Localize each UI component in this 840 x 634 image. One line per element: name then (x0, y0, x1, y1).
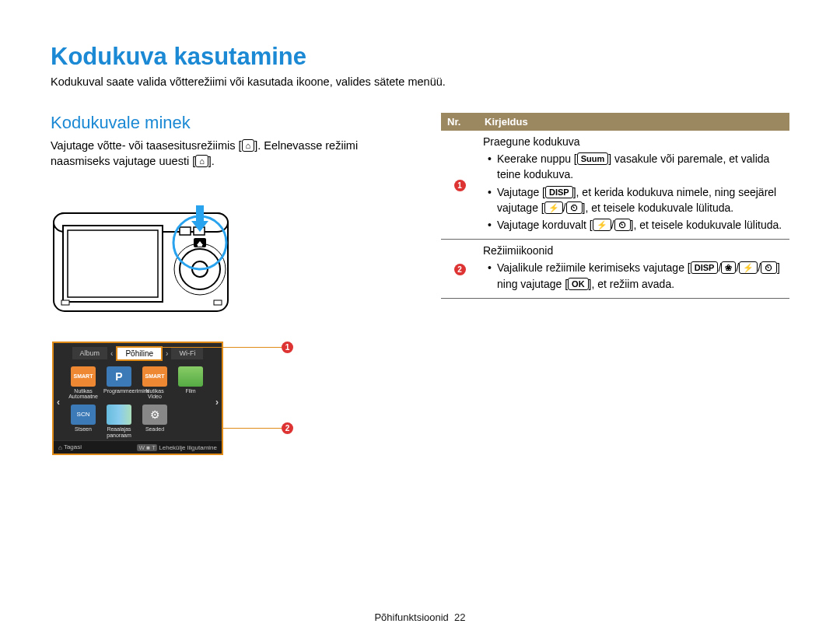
mode-smart-video[interactable]: SMARTNutikas Video (139, 366, 170, 400)
home-icon: ⌂ (195, 155, 208, 167)
home-icon: ⌂ (242, 139, 255, 152)
page-left-icon[interactable]: ‹ (57, 397, 60, 408)
row1-description: Praegune kodukuva Keerake nuppu [Suum] v… (478, 131, 789, 240)
timer-icon: ⏲ (614, 219, 631, 231)
callout-line-1 (147, 347, 283, 348)
mode-settings[interactable]: ⚙Seaded (139, 405, 170, 438)
section-heading: Kodukuvale minek (51, 113, 416, 133)
pager-hint: W ■ T Lehekülje liigutamine (137, 444, 217, 451)
flash-icon: ⚡ (739, 261, 758, 274)
timer-icon: ⏲ (761, 261, 777, 274)
home-screen-mock: Album ‹ Põhiline › Wi-Fi ‹ SMARTNutikas … (52, 342, 223, 456)
svg-rect-11 (196, 205, 204, 221)
mode-program[interactable]: PProgrammeerimine (103, 366, 135, 400)
ok-button-label: OK (568, 278, 589, 290)
svg-rect-13 (214, 300, 222, 305)
section-text: Vajutage võtte- või taasesitusrežiimis [… (51, 138, 416, 170)
timer-icon: ⏲ (566, 201, 583, 214)
mode-movie[interactable]: Film (175, 366, 206, 400)
disp-button-label: DISP (545, 186, 573, 198)
table-row: 2 Režiimiikoonid Vajalikule režiimile ke… (441, 240, 789, 299)
page-right-icon[interactable]: › (215, 397, 219, 408)
description-table: Nr. Kirjeldus 1 Praegune kodukuva Keerak… (441, 113, 789, 299)
callout-badge-1: 1 (282, 342, 293, 353)
section-text-c: ]. (208, 155, 215, 167)
back-button[interactable]: ⌂ Tagasi (58, 443, 82, 451)
chevron-right-icon[interactable]: › (163, 349, 170, 358)
mode-panorama[interactable]: Reaalajas panoraam (103, 405, 135, 438)
page-intro: Kodukuval saate valida võtterežiimi või … (51, 75, 789, 88)
tab-basic[interactable]: Põhiline (116, 346, 163, 361)
row2-description: Režiimiikoonid Vajalikule režiimile keri… (478, 240, 789, 299)
table-header-desc: Kirjeldus (478, 113, 789, 131)
tab-album[interactable]: Album (72, 347, 108, 359)
mode-grid: SMARTNutikas Automaatne PProgrammeerimin… (68, 366, 208, 439)
camera-diagram (51, 185, 237, 317)
table-header-nr: Nr. (441, 113, 478, 131)
macro-icon: ❀ (721, 261, 736, 274)
tab-wifi[interactable]: Wi-Fi (171, 347, 203, 359)
flash-icon: ⚡ (593, 219, 611, 231)
row-badge-1: 1 (454, 180, 466, 191)
callout-badge-2: 2 (282, 422, 293, 434)
svg-rect-3 (68, 230, 158, 297)
page-title: Kodukuva kasutamine (51, 43, 789, 71)
chevron-left-icon[interactable]: ‹ (108, 349, 115, 358)
svg-rect-7 (180, 227, 191, 235)
table-row: 1 Praegune kodukuva Keerake nuppu [Suum]… (441, 131, 789, 240)
flash-icon: ⚡ (544, 201, 563, 214)
section-text-a: Vajutage võtte- või taasesitusrežiimis [ (51, 139, 242, 152)
disp-button-label: DISP (691, 261, 719, 274)
row-badge-2: 2 (454, 264, 466, 275)
mode-smart-auto[interactable]: SMARTNutikas Automaatne (68, 366, 99, 400)
mode-scene[interactable]: SCNStseen (68, 405, 99, 438)
zoom-button-label: Suum (577, 152, 609, 165)
svg-rect-12 (61, 300, 69, 305)
callout-line-2 (223, 428, 283, 429)
page-footer: Põhifunktsioonid 22 (0, 611, 840, 623)
